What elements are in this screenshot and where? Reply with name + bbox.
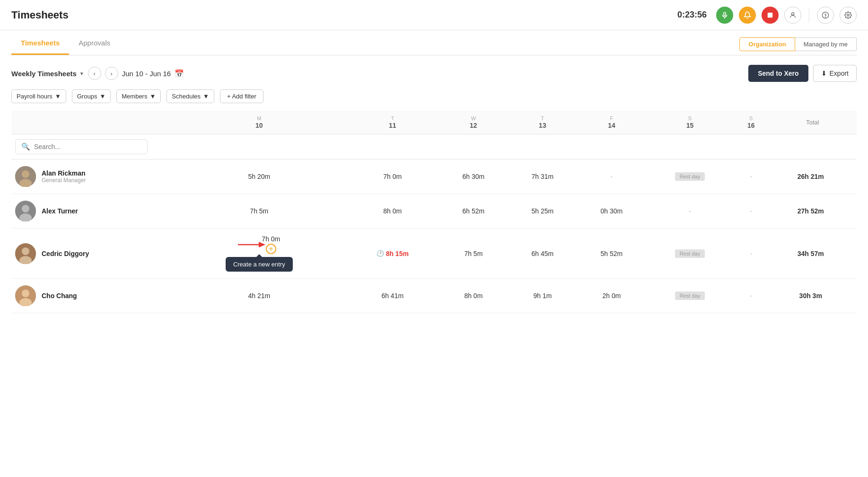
hours-sat: Rest day: [646, 159, 734, 194]
create-entry-label: Create a new entry: [233, 261, 285, 268]
day-tue-header: T11: [346, 111, 439, 134]
avatar: [15, 201, 36, 221]
total-hours: 30h 3m: [768, 279, 857, 313]
tab-approvals[interactable]: Approvals: [69, 30, 120, 55]
day-wed-header: W12: [439, 111, 508, 134]
add-filter-button[interactable]: + Add filter: [220, 89, 263, 103]
employee-name: Cho Chang: [42, 292, 77, 300]
tab-timesheets[interactable]: Timesheets: [11, 30, 69, 55]
hours-wed: 7h 5m: [439, 229, 508, 279]
tabs-left: Timesheets Approvals: [11, 30, 120, 55]
table-row: Cho Chang 4h 21m 6h 41m 8h 0m 9h 1m 2h 0…: [11, 279, 857, 313]
dropdown-arrow-icon: ▼: [79, 71, 84, 76]
groups-dropdown-icon: ▼: [99, 93, 105, 100]
export-label: Export: [830, 70, 849, 77]
user-button[interactable]: [784, 7, 801, 24]
avatar: [15, 166, 36, 187]
employee-info: Alex Turner: [42, 207, 78, 215]
main-content: Timesheets Approvals Organization Manage…: [0, 30, 868, 477]
employee-cell: Cho Chang: [15, 285, 168, 306]
settings-button[interactable]: [840, 7, 857, 24]
hours-text: 7h 0m: [262, 235, 280, 243]
groups-label: Groups: [77, 93, 97, 100]
hours-mon: 5h 20m: [172, 159, 346, 194]
calendar-icon[interactable]: 📅: [175, 69, 184, 78]
hours-sun: -: [734, 159, 769, 194]
employee-cell: Alan Rickman General Manager: [15, 166, 168, 187]
members-filter[interactable]: Members ▼: [116, 89, 161, 103]
tabs-right: Organization Managed by me: [739, 37, 857, 51]
filter-managed-button[interactable]: Managed by me: [795, 37, 857, 51]
schedules-label: Schedules: [172, 93, 201, 100]
timer-display: 0:23:56: [677, 10, 707, 20]
table-row: Cedric Diggory 7h 0m: [11, 229, 857, 279]
day-sun-header: S16: [734, 111, 769, 134]
groups-filter[interactable]: Groups ▼: [72, 89, 111, 103]
hours-thu: 6h 45m: [508, 229, 577, 279]
total-column-header: Total: [768, 111, 857, 134]
hours-mon: 7h 5m: [172, 194, 346, 229]
add-entry-wrap: 7h 0m + Create a new entry: [226, 235, 293, 272]
stop-button[interactable]: [762, 7, 779, 24]
search-input[interactable]: [34, 143, 141, 150]
svg-point-19: [22, 290, 29, 297]
employee-name: Alan Rickman: [42, 169, 86, 177]
hours-sat: -: [646, 194, 734, 229]
name-column-header: [11, 111, 172, 134]
add-filter-label: + Add filter: [227, 93, 256, 100]
hours-tue: 6h 41m: [346, 279, 439, 313]
svg-point-3: [791, 12, 794, 15]
employee-name-cell: Cedric Diggory: [11, 229, 172, 279]
payroll-dropdown-icon: ▼: [55, 93, 61, 100]
search-cell: 🔍: [11, 134, 857, 159]
employee-info: Cedric Diggory: [42, 250, 89, 257]
avatar: [15, 285, 36, 306]
hours-wed: 6h 52m: [439, 194, 508, 229]
notification-button[interactable]: [739, 7, 756, 24]
schedules-filter[interactable]: Schedules ▼: [167, 89, 214, 103]
week-dropdown-button[interactable]: Weekly Timesheets ▼: [11, 70, 84, 78]
svg-point-11: [22, 205, 29, 212]
filter-organization-button[interactable]: Organization: [739, 37, 795, 51]
controls-left: Weekly Timesheets ▼ ‹ › Jun 10 - Jun 16 …: [11, 67, 184, 80]
members-label: Members: [122, 93, 147, 100]
microphone-button[interactable]: [716, 7, 733, 24]
table-header: M10 T11 W12 T13 F14 S15: [11, 111, 857, 134]
employee-cell: Cedric Diggory: [15, 243, 168, 264]
top-header: Timesheets 0:23:56: [0, 0, 868, 30]
send-to-xero-button[interactable]: Send to Xero: [748, 65, 808, 82]
overtime-hours: 8h 15m: [386, 250, 409, 257]
hours-fri: 5h 52m: [577, 229, 646, 279]
hours-thu: 7h 31m: [508, 159, 577, 194]
export-button[interactable]: ⬇ Export: [813, 65, 857, 82]
add-entry-button[interactable]: +: [266, 244, 276, 254]
hours-fri: 2h 0m: [577, 279, 646, 313]
prev-week-button[interactable]: ‹: [88, 67, 101, 80]
table-body: 🔍 Alan Rickman: [11, 134, 857, 313]
arrow-row: 7h 0m +: [238, 235, 280, 254]
svg-point-5: [825, 17, 826, 18]
next-week-button[interactable]: ›: [105, 67, 118, 80]
day-fri-header: F14: [577, 111, 646, 134]
schedules-dropdown-icon: ▼: [203, 93, 209, 100]
overtime-clock-icon: 🕐: [377, 250, 384, 257]
search-icon: 🔍: [21, 142, 30, 151]
hours-wed: 8h 0m: [439, 279, 508, 313]
day-mon-header: M10: [172, 111, 346, 134]
week-selector: Weekly Timesheets ▼ ‹ › Jun 10 - Jun 16 …: [11, 67, 184, 80]
svg-point-8: [22, 170, 29, 178]
app-title: Timesheets: [11, 9, 69, 21]
hours-wed: 6h 30m: [439, 159, 508, 194]
header-right: 0:23:56: [677, 7, 857, 24]
help-button[interactable]: [817, 7, 834, 24]
rest-day-badge: Rest day: [675, 249, 705, 258]
svg-point-6: [847, 14, 849, 16]
search-row: 🔍: [11, 134, 857, 159]
total-hours: 27h 52m: [768, 194, 857, 229]
week-dropdown-label: Weekly Timesheets: [11, 70, 77, 78]
total-hours: 26h 21m: [768, 159, 857, 194]
filter-bar: Payroll hours ▼ Groups ▼ Members ▼ Sched…: [11, 89, 857, 111]
hours-mon-cedric: 7h 0m + Create a new entry: [172, 229, 346, 279]
employee-name: Cedric Diggory: [42, 250, 89, 257]
payroll-hours-filter[interactable]: Payroll hours ▼: [11, 89, 66, 103]
